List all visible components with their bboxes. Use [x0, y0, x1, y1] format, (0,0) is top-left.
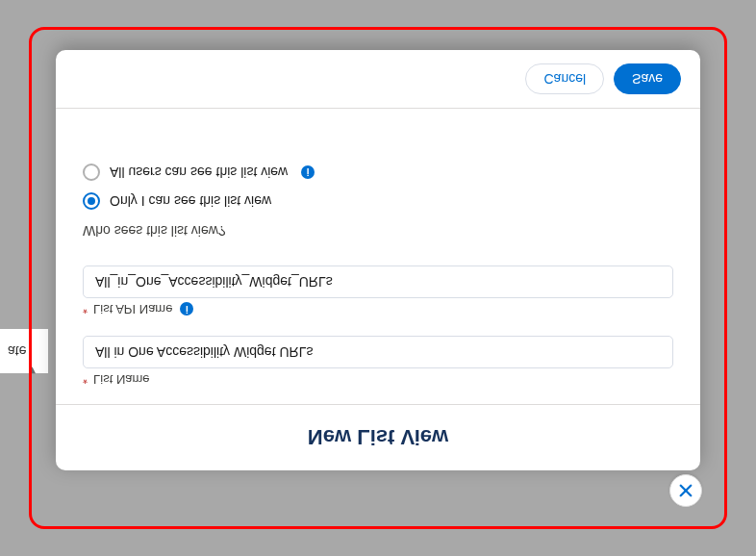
- close-button[interactable]: [669, 474, 702, 507]
- visibility-option-all-users[interactable]: All users can see this list view i: [83, 164, 673, 181]
- api-name-group: * List API Name i: [83, 265, 673, 316]
- background-text: ate: [8, 343, 26, 359]
- info-icon[interactable]: i: [180, 303, 193, 316]
- background-row-fragment: ate: [0, 329, 48, 373]
- radio-dot-icon: [88, 197, 95, 205]
- chevron-down-icon: ▾: [29, 364, 36, 379]
- new-list-view-modal: New List View * List Name * List API Nam…: [56, 50, 700, 470]
- radio-icon: [83, 164, 100, 181]
- save-button[interactable]: Save: [614, 63, 681, 94]
- list-name-label-row: * List Name: [83, 372, 673, 387]
- api-name-label: List API Name: [93, 302, 172, 316]
- cancel-button[interactable]: Cancel: [525, 63, 604, 94]
- visibility-section-title: Who sees this list view?: [83, 223, 673, 239]
- required-asterisk: *: [83, 372, 88, 387]
- modal-title: New List View: [75, 424, 681, 449]
- api-name-label-row: * List API Name i: [83, 302, 673, 316]
- list-name-group: * List Name: [83, 336, 673, 387]
- radio-icon: [83, 192, 100, 210]
- list-name-input[interactable]: [83, 336, 673, 368]
- modal-footer: Cancel Save: [56, 50, 700, 109]
- visibility-radio-group: Only I can see this list view All users …: [83, 164, 673, 210]
- api-name-input[interactable]: [83, 265, 673, 298]
- radio-label: Only I can see this list view: [110, 193, 271, 209]
- modal-header: New List View: [56, 404, 700, 470]
- visibility-option-only-me[interactable]: Only I can see this list view: [83, 192, 673, 210]
- close-icon: [677, 482, 694, 499]
- required-asterisk: *: [83, 302, 88, 316]
- list-name-label: List Name: [93, 372, 150, 387]
- radio-label: All users can see this list view: [110, 164, 288, 180]
- modal-body: * List Name * List API Name i Who sees t…: [56, 109, 700, 404]
- info-icon[interactable]: i: [301, 165, 315, 179]
